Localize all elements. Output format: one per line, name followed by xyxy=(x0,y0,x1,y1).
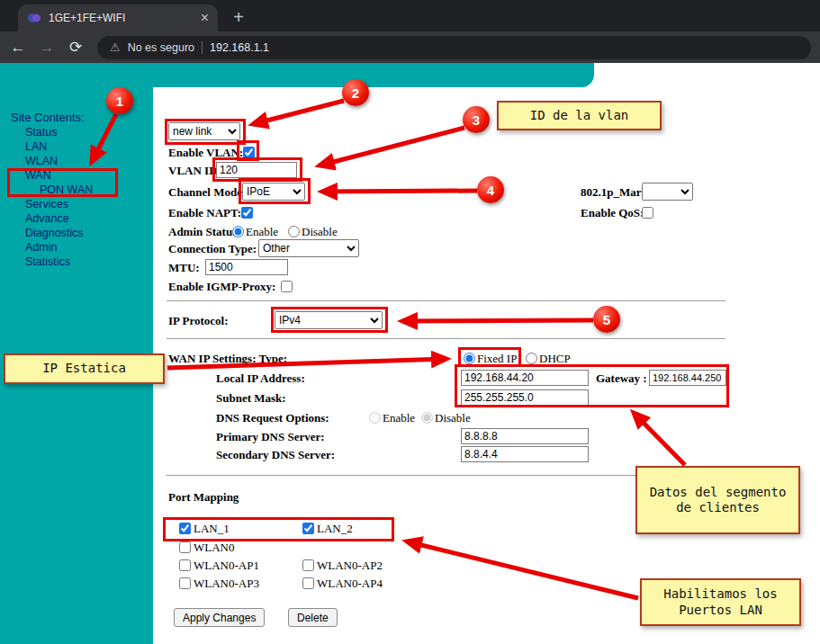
sidebar-item-status[interactable]: Status xyxy=(25,126,93,140)
divider xyxy=(167,300,725,301)
port-lan2-label: LAN_2 xyxy=(317,522,353,536)
sidebar-title: Site Contents: xyxy=(11,111,85,124)
security-label[interactable]: No es seguro xyxy=(128,41,194,54)
port-wlan0-ap2-label: WLAN0-AP2 xyxy=(317,559,383,573)
admin-enable-label: Enable xyxy=(246,225,278,239)
primary-dns-label: Primary DNS Server: xyxy=(216,430,325,444)
enable-napt-label: Enable NAPT: xyxy=(168,206,241,220)
browser-tab-bar: 1GE+1FE+WIFI × + xyxy=(0,0,820,31)
admin-enable-radio[interactable] xyxy=(232,226,244,237)
primary-dns-input[interactable] xyxy=(461,428,589,444)
note-client-segment: Datos del segmento de clientes xyxy=(635,466,800,534)
step-badge-1: 1 xyxy=(106,87,133,114)
sidebar-item-statistics[interactable]: Statistics xyxy=(25,255,93,270)
note-lan-ports: Habilitamos los Puertos LAN xyxy=(640,578,801,626)
ip-protocol-label: IP Protocol: xyxy=(168,314,229,328)
port-wlan0-ap1-checkbox[interactable] xyxy=(179,559,191,571)
mtu-input[interactable] xyxy=(205,259,288,275)
port-wlan0-label: WLAN0 xyxy=(194,541,235,555)
browser-toolbar: ← → ⟳ ⚠ No es seguro 192.168.1.1 xyxy=(0,31,820,63)
dns-disable-radio[interactable] xyxy=(421,412,433,424)
divider xyxy=(167,338,725,339)
dns-enable-label: Enable xyxy=(383,411,415,425)
dns-enable-radio[interactable] xyxy=(369,412,381,424)
address-separator xyxy=(202,41,203,54)
dhcp-label: DHCP xyxy=(539,352,571,366)
igmp-proxy-label: Enable IGMP-Proxy: xyxy=(168,280,275,294)
admin-disable-radio[interactable] xyxy=(288,226,300,237)
dns-disable-label: Disable xyxy=(435,411,471,425)
enable-vlan-label: Enable VLAN: xyxy=(168,146,243,160)
forward-icon[interactable]: → xyxy=(34,35,59,60)
igmp-proxy-checkbox[interactable] xyxy=(281,281,293,292)
close-tab-icon[interactable]: × xyxy=(201,11,209,25)
port-wlan0-ap1-label: WLAN0-AP1 xyxy=(194,559,259,573)
apply-changes-button[interactable]: Apply Changes xyxy=(174,608,265,627)
sidebar-item-wan[interactable]: WAN xyxy=(25,169,93,183)
port-wlan0-ap2-checkbox[interactable] xyxy=(302,559,314,571)
port-lan1-label: LAN_1 xyxy=(194,522,230,536)
sidebar-item-pon-wan[interactable]: PON WAN xyxy=(25,183,93,198)
subnet-mask-label: Subnet Mask: xyxy=(216,391,286,406)
port-wlan0-ap4-checkbox[interactable] xyxy=(302,577,314,589)
fixed-ip-radio[interactable] xyxy=(464,353,475,364)
new-tab-button[interactable]: + xyxy=(227,5,250,29)
step-badge-3: 3 xyxy=(463,106,490,133)
sidebar-item-diagnostics[interactable]: Diagnostics xyxy=(25,227,93,241)
local-ip-label: Local IP Address: xyxy=(216,371,305,386)
local-ip-input[interactable] xyxy=(461,370,589,386)
browser-tab[interactable]: 1GE+1FE+WIFI × xyxy=(18,4,218,31)
port-wlan0-ap4-label: WLAN0-AP4 xyxy=(317,577,383,591)
mtu-label: MTU: xyxy=(168,261,200,275)
sidebar-item-admin[interactable]: Admin xyxy=(25,241,93,255)
gateway-input[interactable] xyxy=(649,370,726,386)
port-wlan0-ap3-checkbox[interactable] xyxy=(179,577,191,589)
sidebar-item-advance[interactable]: Advance xyxy=(25,212,93,227)
connection-type-label: Connection Type: xyxy=(168,242,257,256)
ip-protocol-select[interactable]: IPv4 xyxy=(275,311,383,329)
vlan-id-input[interactable] xyxy=(216,162,297,178)
port-lan2-checkbox[interactable] xyxy=(302,523,314,534)
port-wlan0-checkbox[interactable] xyxy=(179,541,191,553)
warning-icon: ⚠ xyxy=(110,40,121,54)
favicon xyxy=(27,11,41,25)
channel-mode-select[interactable]: IPoE xyxy=(242,183,305,201)
page-header-bar xyxy=(0,63,594,87)
enable-vlan-checkbox[interactable] xyxy=(243,147,255,158)
dhcp-radio[interactable] xyxy=(526,353,537,364)
port-lan1-checkbox[interactable] xyxy=(179,523,191,534)
wan-ip-settings-label: WAN IP Settings: Type: xyxy=(168,352,287,366)
address-bar[interactable]: ⚠ No es seguro 192.168.1.1 xyxy=(97,36,811,59)
sidebar-item-services[interactable]: Services xyxy=(25,198,93,212)
secondary-dns-label: Secondary DNS Server: xyxy=(216,448,335,462)
tab-title: 1GE+1FE+WIFI xyxy=(49,12,194,24)
step-badge-5: 5 xyxy=(593,306,620,333)
step-badge-4: 4 xyxy=(477,176,504,203)
admin-status-label: Admin Status: xyxy=(168,225,241,239)
subnet-mask-input[interactable] xyxy=(461,389,589,406)
reload-icon[interactable]: ⟳ xyxy=(63,35,88,60)
dot1p-mark-select[interactable] xyxy=(642,183,693,201)
gateway-label: Gateway : xyxy=(596,371,647,386)
wan-link-select[interactable]: new link xyxy=(168,122,240,140)
port-wlan0-ap3-label: WLAN0-AP3 xyxy=(194,577,259,591)
delete-button[interactable]: Delete xyxy=(288,608,338,627)
vlan-id-label: VLAN ID: xyxy=(168,164,221,178)
note-static-ip: IP Estatica xyxy=(4,353,165,384)
step-badge-2: 2 xyxy=(342,79,369,106)
back-icon[interactable]: ← xyxy=(5,35,31,60)
port-mapping-title: Port Mapping xyxy=(168,490,239,505)
dns-request-label: DNS Request Options: xyxy=(216,411,329,425)
admin-disable-label: Disable xyxy=(302,225,338,239)
enable-napt-checkbox[interactable] xyxy=(241,207,253,219)
sidebar-item-lan[interactable]: LAN xyxy=(25,140,93,155)
sidebar-menu: Status LAN WLAN WAN PON WAN Services Adv… xyxy=(25,126,93,270)
secondary-dns-input[interactable] xyxy=(461,446,589,462)
connection-type-select[interactable]: Other xyxy=(258,239,359,257)
dot1p-mark-label: 802.1p_Mark xyxy=(581,185,648,200)
channel-mode-label: Channel Mode: xyxy=(168,185,246,200)
enable-qos-checkbox[interactable] xyxy=(642,207,653,219)
url-text: 192.168.1.1 xyxy=(210,41,269,54)
sidebar-item-wlan[interactable]: WLAN xyxy=(25,155,93,169)
enable-qos-label: Enable QoS: xyxy=(581,206,644,220)
